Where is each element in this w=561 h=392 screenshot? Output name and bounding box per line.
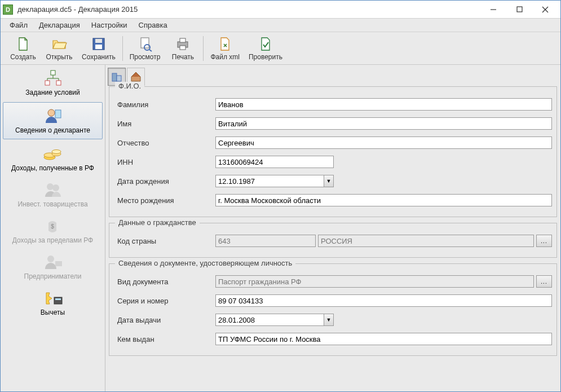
menu-declaration[interactable]: Декларация [34, 20, 85, 30]
doc-type-lookup-button[interactable]: ... [536, 275, 552, 288]
svg-rect-11 [180, 38, 185, 42]
fieldset-citizenship: Данные о гражданстве Код страны ... [109, 223, 557, 258]
name-input[interactable] [215, 117, 552, 130]
patronymic-label: Отчество [114, 139, 215, 147]
toolbar-separator [203, 36, 204, 61]
issue-date-dropdown-button[interactable]: ▼ [324, 314, 334, 326]
doc-serial-input[interactable] [215, 294, 552, 307]
issued-by-input[interactable] [215, 333, 552, 345]
country-code-input [215, 235, 316, 247]
legend-citizenship: Данные о гражданстве [115, 218, 200, 227]
pob-input[interactable] [215, 194, 552, 206]
close-button[interactable] [532, 1, 558, 18]
dob-label: Дата рождения [114, 177, 215, 186]
legend-fio: Ф.И.О. [115, 82, 144, 90]
toolbar-check-label: Проверить [249, 53, 282, 61]
invest-icon [42, 181, 64, 198]
fieldset-fio: Ф.И.О. Фамилия Имя Отчество ИНН [109, 86, 557, 217]
titlebar: D декларация.dc5 - Декларация 2015 [1, 1, 560, 19]
toolbar: Создать Открыть Сохранить Просмотр Печат… [1, 32, 560, 65]
toolbar-separator [122, 36, 123, 61]
toolbar-create-label: Создать [10, 53, 36, 61]
sidebar-income-abroad: $ Доходы за пределами РФ [1, 213, 105, 249]
svg-rect-30 [117, 76, 121, 81]
toolbar-save-label: Сохранить [82, 53, 116, 61]
svg-rect-6 [95, 45, 102, 49]
inn-label: ИНН [114, 158, 215, 166]
toolbar-preview[interactable]: Просмотр [125, 33, 165, 64]
menu-help[interactable]: Справка [134, 20, 172, 30]
doc-type-label: Вид документа [114, 278, 215, 286]
minimize-button[interactable] [480, 1, 506, 18]
sidebar-deductions[interactable]: Вычеты [1, 285, 105, 321]
toolbar-open-label: Открыть [46, 53, 72, 61]
issue-date-input[interactable] [215, 314, 334, 326]
pob-label: Место рождения [114, 196, 215, 205]
menubar: Файл Декларация Настройки Справка [1, 19, 560, 32]
menu-file[interactable]: Файл [5, 20, 32, 30]
content-area: Задание условий Сведения о декларанте До… [1, 65, 560, 391]
country-name-input [318, 235, 534, 247]
country-code-label: Код страны [114, 237, 215, 245]
svg-rect-26 [55, 261, 62, 266]
toolbar-preview-label: Просмотр [130, 53, 161, 61]
patronymic-input[interactable] [215, 136, 552, 149]
main-panel: Ф.И.О. Фамилия Имя Отчество ИНН [105, 65, 560, 391]
sidebar-invest: Инвест. товарищества [1, 177, 105, 213]
sidebar-income-rf[interactable]: Доходы, полученные в РФ [1, 140, 105, 177]
sidebar-invest-label: Инвест. товарищества [17, 200, 87, 208]
preview-icon [137, 36, 153, 52]
open-folder-icon [51, 36, 67, 52]
save-disk-icon [91, 36, 107, 52]
toolbar-filexml-label: Файл xml [210, 53, 240, 61]
svg-rect-1 [517, 7, 522, 12]
issue-date-label: Дата выдачи [114, 316, 215, 324]
svg-rect-29 [112, 73, 117, 81]
surname-label: Фамилия [114, 100, 215, 109]
xml-file-icon [217, 36, 233, 52]
declarant-icon [42, 107, 64, 124]
sidebar-income-rf-label: Доходы, полученные в РФ [11, 164, 94, 172]
sidebar: Задание условий Сведения о декларанте До… [1, 65, 105, 391]
toolbar-print-label: Печать [172, 53, 194, 61]
toolbar-save[interactable]: Сохранить [77, 33, 120, 64]
dob-input[interactable] [215, 175, 334, 187]
inn-input[interactable] [215, 156, 334, 168]
svg-rect-28 [55, 298, 61, 300]
app-icon: D [3, 5, 13, 15]
toolbar-open[interactable]: Открыть [41, 33, 77, 64]
country-lookup-button[interactable]: ... [536, 235, 552, 247]
toolbar-print[interactable]: Печать [165, 33, 201, 64]
maximize-button[interactable] [506, 1, 532, 18]
fieldset-identity: Сведения о документе, удостоверяющем лич… [109, 263, 557, 356]
print-icon [175, 36, 191, 52]
sidebar-declarant-label: Сведения о декларанте [15, 126, 90, 134]
doc-serial-label: Серия и номер [114, 297, 215, 305]
abroad-icon: $ [42, 217, 64, 234]
surname-input[interactable] [215, 98, 552, 111]
conditions-icon [42, 69, 64, 86]
sidebar-declarant[interactable]: Сведения о декларанте [3, 102, 103, 139]
svg-rect-27 [54, 297, 62, 304]
sidebar-conditions[interactable]: Задание условий [1, 65, 105, 101]
svg-rect-14 [45, 81, 50, 85]
svg-point-22 [47, 183, 54, 190]
svg-point-21 [52, 150, 61, 154]
svg-line-9 [149, 50, 152, 51]
dob-dropdown-button[interactable]: ▼ [324, 175, 334, 187]
svg-rect-15 [56, 81, 61, 85]
menu-settings[interactable]: Настройки [87, 20, 132, 30]
svg-rect-12 [180, 46, 185, 50]
new-file-icon [15, 36, 31, 52]
doc-type-input [215, 275, 534, 288]
toolbar-filexml[interactable]: Файл xml [206, 33, 244, 64]
income-icon [42, 145, 64, 162]
svg-rect-5 [95, 39, 102, 43]
svg-text:$: $ [51, 223, 54, 230]
deductions-icon [42, 289, 64, 306]
check-icon [258, 36, 273, 52]
svg-rect-17 [55, 110, 61, 118]
window-title: декларация.dc5 - Декларация 2015 [17, 5, 480, 14]
toolbar-create[interactable]: Создать [5, 33, 41, 64]
toolbar-check[interactable]: Проверить [244, 33, 287, 64]
